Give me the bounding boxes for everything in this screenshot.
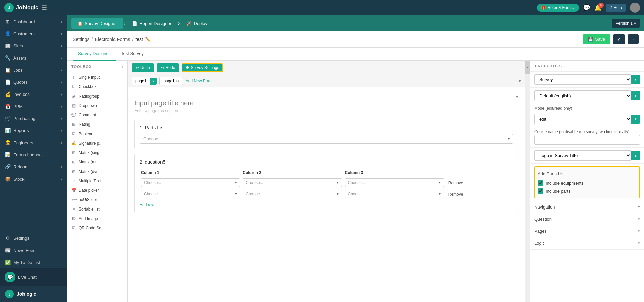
toolbox-item-rating[interactable]: ⊞ Rating: [67, 120, 127, 129]
page-tab-current[interactable]: page1 ⚙: [159, 77, 183, 85]
sidebar-item-assets[interactable]: 🔧 Assets ▾: [0, 52, 67, 64]
prop-mode-select[interactable]: edit: [534, 114, 631, 124]
prop-accordion-navigation[interactable]: Navigation ▾: [530, 201, 644, 213]
row1-col2-select[interactable]: Choose...: [243, 178, 342, 187]
row2-remove-link[interactable]: Remove: [447, 190, 465, 198]
sidebar-item-news-feed[interactable]: 📰 News Feed: [0, 244, 67, 256]
tab-deploy[interactable]: 🚀 Deploy: [180, 18, 213, 29]
sidebar-item-ppm[interactable]: 📅 PPM ▾: [0, 100, 67, 112]
sidebar-item-forms-logbook[interactable]: 📝 Forms Logbook: [0, 149, 67, 161]
add-row-link[interactable]: Add row: [140, 203, 154, 207]
toolbox-item-signature[interactable]: ✍ Signature p...: [67, 139, 127, 148]
sidebar-item-settings[interactable]: ⚙ Settings: [0, 232, 67, 244]
more-button[interactable]: ⋮: [628, 34, 639, 44]
survey-settings-button[interactable]: ⚙ Survey Settings: [182, 63, 223, 72]
prop-mode-arrow[interactable]: ▾: [631, 115, 640, 124]
radiogroup-icon: ◉: [71, 94, 76, 99]
prop-accordion-question[interactable]: Question ▾: [530, 213, 644, 225]
toolbox-item-checkbox[interactable]: ☑ Checkbox: [67, 82, 127, 91]
toolbox-item-noui-slider[interactable]: ⟺ noUiSlider: [67, 195, 127, 204]
live-chat-item[interactable]: 💬 Live Chat: [0, 268, 67, 286]
sidebar-item-reports[interactable]: 📊 Reports ▾: [0, 124, 67, 137]
tab-test-survey[interactable]: Test Survey: [116, 48, 149, 61]
row2-col3-select[interactable]: Choose...: [345, 190, 444, 198]
svg-text:J: J: [8, 6, 10, 10]
toolbox-item-date-picker[interactable]: 📅 Date picker: [67, 186, 127, 195]
include-parts-label: Include parts: [546, 189, 570, 194]
canvas-collapse-button[interactable]: ▾: [519, 78, 521, 84]
save-button[interactable]: 💾 Save: [583, 34, 610, 44]
toolbox-item-boolean[interactable]: ☑ Boolean: [67, 129, 127, 139]
breadcrumb-settings[interactable]: Settings: [73, 37, 90, 42]
toolbox-item-dropdown[interactable]: ▤ Dropdown: [67, 101, 127, 110]
survey-designer-label: Survey Designer: [85, 21, 117, 26]
tab-survey-designer[interactable]: 📋 Survey Designer: [71, 18, 123, 29]
prop-logo-arrow[interactable]: ▴: [631, 151, 640, 160]
row1-remove-link[interactable]: Remove: [447, 179, 465, 187]
expand-icon: ⤢: [617, 37, 621, 42]
prop-survey-select[interactable]: Survey: [534, 74, 631, 85]
toolbox-item-matrix-sing[interactable]: ⊞ Matrix (sing...: [67, 148, 127, 157]
help-button[interactable]: ? Help: [606, 4, 626, 12]
col-header-remove: [445, 168, 513, 177]
prop-cookie-input[interactable]: [534, 135, 640, 145]
page-title-input[interactable]: [134, 99, 518, 107]
hamburger-icon[interactable]: ☰: [42, 4, 47, 11]
tab-report-designer[interactable]: 📄 Report Designer: [126, 18, 177, 29]
row2-col2-select[interactable]: Choose...: [243, 190, 342, 198]
toolbox-item-multiple-text[interactable]: ≡ Multiple Text: [67, 176, 127, 186]
toolbox-item-label: Single Input: [79, 75, 100, 80]
include-parts-checkbox[interactable]: [538, 188, 543, 194]
sidebar-item-quotes[interactable]: 📄 Quotes ▾: [0, 76, 67, 88]
toolbox-item-comment[interactable]: 💬 Comment: [67, 110, 127, 120]
prop-accordion-logic[interactable]: Logic ▾: [530, 237, 644, 250]
undo-button[interactable]: ↩ Undo: [132, 63, 154, 72]
row1-col3-select[interactable]: Choose...: [345, 178, 444, 187]
prop-survey-select-row: Survey ▾: [530, 72, 644, 87]
user-avatar[interactable]: [630, 3, 640, 13]
prop-language-select[interactable]: Default (english): [534, 90, 631, 101]
sidebar-item-dashboard[interactable]: ⊞ Dashboard ▾: [0, 15, 67, 28]
sidebar-item-stock[interactable]: 📦 Stock ▾: [0, 173, 67, 185]
question-block-2: 2. question5 Column 1 Column 2 Column 3: [134, 154, 518, 213]
canvas-collapse-arrow[interactable]: ▾: [516, 94, 518, 99]
toolbox-collapse-icon[interactable]: ‹: [121, 64, 123, 69]
notifications-button[interactable]: 🔔 6: [594, 4, 602, 11]
sidebar-item-purchasing[interactable]: 🛒 Purchasing ▾: [0, 112, 67, 124]
sidebar-item-invoices[interactable]: 💰 Invoices ▾: [0, 88, 67, 100]
right-collapse-handle[interactable]: ›: [525, 61, 530, 74]
version-button[interactable]: Version 1 ▾: [612, 19, 640, 28]
sidebar-item-jobs[interactable]: 📋 Jobs ▾: [0, 64, 67, 76]
prop-survey-arrow[interactable]: ▾: [631, 75, 640, 84]
refer-earn-button[interactable]: 🎁 Refer & Earn »: [537, 4, 579, 12]
page-tab-dropdown-button[interactable]: ▾: [150, 78, 157, 85]
tab-survey-designer-inner[interactable]: Survey Designer: [73, 48, 116, 61]
question-1-select[interactable]: Choose...: [140, 134, 513, 144]
prop-language-arrow[interactable]: ▾: [631, 91, 640, 100]
include-equipments-checkbox[interactable]: [538, 180, 543, 186]
toolbox-item-add-image[interactable]: 🖼 Add Image: [67, 214, 127, 223]
toolbox-item-radiogroup[interactable]: ◉ Radiogroup: [67, 91, 127, 101]
sidebar-item-engineers[interactable]: 👷 Engineers ▾: [0, 137, 67, 149]
sidebar-item-refcom[interactable]: 🔗 Refcom ▾: [0, 161, 67, 173]
toolbox-item-single-input[interactable]: T Single Input: [67, 73, 127, 82]
add-new-page-button[interactable]: Add New Page +: [186, 79, 216, 83]
expand-button[interactable]: ⤢: [613, 34, 625, 44]
sidebar-item-customers[interactable]: 👤 Customers ▾: [0, 28, 67, 40]
chevron-icon: ▾: [61, 56, 62, 60]
prop-accordion-pages[interactable]: Pages ▾: [530, 225, 644, 237]
toolbox-item-matrix-dyn[interactable]: ⊞ Matrix (dyn...: [67, 167, 127, 176]
sidebar-item-my-to-do-list[interactable]: ✅ My To-Do List: [0, 256, 67, 268]
breadcrumb-electronic-forms[interactable]: Electronic Forms: [95, 37, 130, 42]
toolbox-item-matrix-mult[interactable]: ⊞ Matrix (mult...: [67, 157, 127, 167]
prop-logo-select[interactable]: Logo in Survey Title: [534, 150, 631, 161]
redo-button[interactable]: ↪ Redo: [157, 63, 179, 72]
toolbox-item-qr-code[interactable]: ☑ QR Code Sc...: [67, 223, 127, 233]
row2-col1-select[interactable]: Choose...: [141, 190, 240, 198]
edit-icon[interactable]: ✏️: [145, 37, 151, 42]
sidebar-item-label: Jobs: [13, 68, 58, 73]
toolbox-item-sortable-list[interactable]: ≡ Sortable list: [67, 204, 127, 214]
row1-col1-select[interactable]: Choose...: [141, 178, 240, 187]
sidebar-item-sites[interactable]: 🏢 Sites ▾: [0, 40, 67, 52]
chat-icon-button[interactable]: 💬: [583, 4, 590, 11]
